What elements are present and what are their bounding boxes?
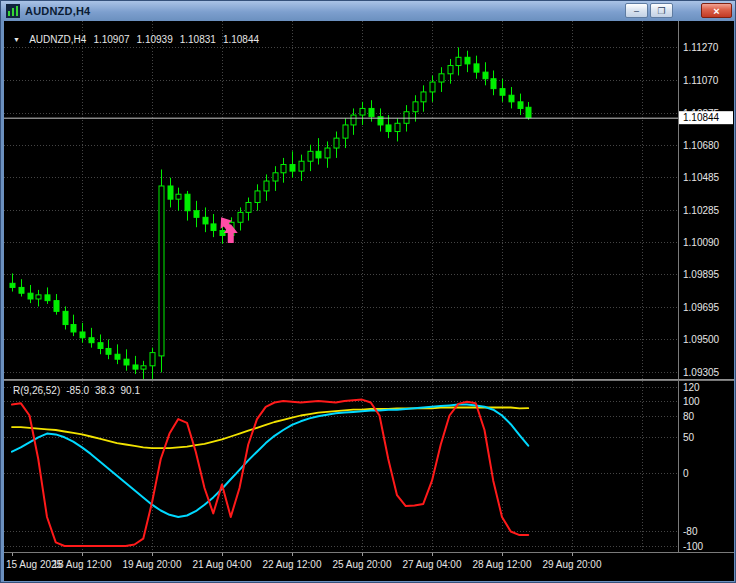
time-axis[interactable]: 15 Aug 202518 Aug 12:0019 Aug 20:0021 Au…: [4, 552, 734, 581]
svg-text:21 Aug 04:00: 21 Aug 04:00: [193, 559, 252, 570]
open-value: 1.10907: [93, 34, 129, 45]
svg-text:1.09895: 1.09895: [683, 269, 720, 280]
title-bar[interactable]: AUDNZD,H4 – ❐ ×: [1, 1, 735, 21]
svg-text:29 Aug 20:00: 29 Aug 20:00: [543, 559, 602, 570]
svg-text:19 Aug 20:00: 19 Aug 20:00: [123, 559, 182, 570]
svg-text:120: 120: [683, 382, 700, 393]
svg-text:1.11070: 1.11070: [683, 75, 719, 86]
svg-text:1.09695: 1.09695: [683, 302, 720, 313]
svg-text:80: 80: [683, 411, 695, 422]
symbol-period-label: AUDNZD,H4: [29, 34, 86, 45]
restore-button[interactable]: ❐: [650, 3, 673, 18]
svg-text:1.10680: 1.10680: [683, 140, 720, 151]
svg-text:1.10285: 1.10285: [683, 205, 720, 216]
svg-text:1.10844: 1.10844: [683, 112, 720, 123]
indicator-value-mid: 38.3: [95, 385, 114, 396]
svg-text:-100: -100: [683, 541, 703, 552]
symbol-dropdown-icon[interactable]: ▼: [13, 36, 20, 43]
ohlc-readout: ▼ AUDNZD,H41.109071.109391.108311.10844: [13, 34, 266, 45]
chart-icon: [6, 4, 20, 18]
svg-text:1.10485: 1.10485: [683, 172, 720, 183]
svg-text:22 Aug 12:00: 22 Aug 12:00: [263, 559, 322, 570]
svg-text:1.11270: 1.11270: [683, 42, 719, 53]
svg-text:18 Aug 12:00: 18 Aug 12:00: [53, 559, 112, 570]
chart-window: AUDNZD,H4 – ❐ × 1.112701.110701.108751.1…: [0, 0, 736, 583]
indicator-name: R(9,26,52): [13, 385, 60, 396]
minimize-button[interactable]: –: [625, 3, 648, 18]
close-button[interactable]: ×: [701, 3, 732, 18]
oscillator-panel[interactable]: 12010080500-80-100: [4, 381, 734, 552]
low-value: 1.10831: [180, 34, 216, 45]
window-title: AUDNZD,H4: [25, 5, 90, 17]
main-price-chart[interactable]: 1.112701.110701.108751.106801.104851.102…: [4, 21, 734, 379]
indicator-readout: R(9,26,52)-85.038.390.1: [13, 385, 146, 396]
chart-client-area: 1.112701.110701.108751.106801.104851.102…: [4, 21, 734, 581]
svg-text:100: 100: [683, 396, 700, 407]
svg-text:-80: -80: [683, 526, 698, 537]
svg-text:25 Aug 20:00: 25 Aug 20:00: [333, 559, 392, 570]
svg-text:28 Aug 12:00: 28 Aug 12:00: [473, 559, 532, 570]
indicator-value-slow: 90.1: [121, 385, 140, 396]
svg-text:1.10090: 1.10090: [683, 237, 720, 248]
svg-text:27 Aug 04:00: 27 Aug 04:00: [403, 559, 462, 570]
window-controls: – ❐ ×: [623, 3, 732, 18]
close-value: 1.10844: [223, 34, 259, 45]
svg-text:0: 0: [683, 468, 689, 479]
indicator-value-fast: -85.0: [66, 385, 89, 396]
svg-text:50: 50: [683, 432, 695, 443]
high-value: 1.10939: [137, 34, 173, 45]
svg-text:1.09305: 1.09305: [683, 367, 720, 378]
svg-text:1.09500: 1.09500: [683, 334, 720, 345]
